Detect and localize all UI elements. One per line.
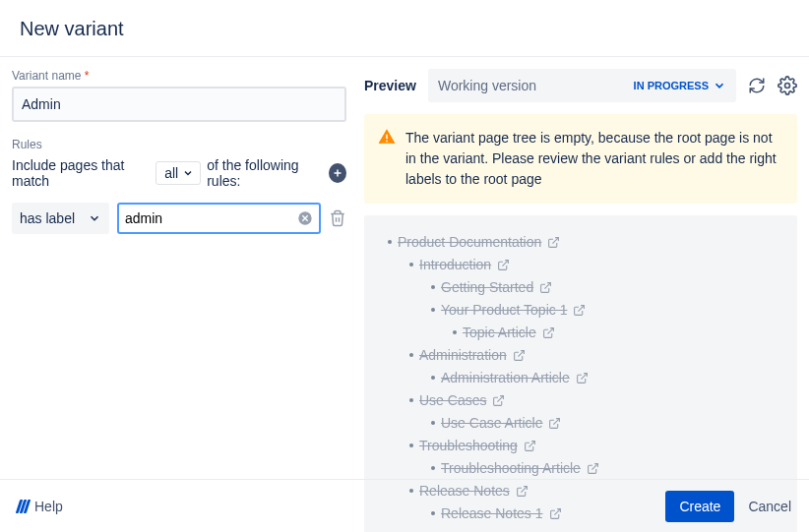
- form-panel: Variant name * Rules Include pages that …: [12, 69, 346, 532]
- svg-rect-5: [386, 141, 388, 143]
- external-link-icon: [524, 440, 536, 452]
- tree-item-label: Use Cases: [419, 392, 486, 408]
- warning-text: The variant page tree is empty, because …: [405, 130, 777, 187]
- preview-version-select[interactable]: Working version IN PROGRESS: [428, 69, 736, 102]
- svg-rect-4: [386, 135, 388, 140]
- tree-item[interactable]: Getting Started: [431, 277, 783, 297]
- svg-line-15: [529, 441, 534, 446]
- rule-row: has label: [12, 203, 346, 234]
- tree-item[interactable]: Topic Article: [453, 323, 783, 342]
- rule-type-select[interactable]: has label: [12, 203, 109, 234]
- svg-line-7: [503, 260, 509, 266]
- clear-icon: [297, 210, 313, 226]
- rules-match-mode-select[interactable]: all: [156, 161, 201, 185]
- svg-line-8: [545, 282, 551, 288]
- refresh-button[interactable]: [748, 77, 766, 94]
- create-button[interactable]: Create: [665, 491, 734, 522]
- external-link-icon: [497, 259, 510, 271]
- tree-node: Topic Article: [453, 323, 783, 342]
- svg-line-9: [579, 305, 585, 311]
- tree-item-label: Administration: [419, 347, 507, 363]
- tree-node: TroubleshootingTroubleshooting Article: [409, 436, 783, 478]
- tree-node: Getting Started: [431, 277, 783, 297]
- page-header: New variant: [0, 0, 809, 57]
- svg-line-6: [553, 237, 559, 243]
- tree-node: AdministrationAdministration Article: [409, 345, 783, 387]
- rule-value-wrap: [117, 203, 321, 234]
- tree-item[interactable]: Use Case Article: [431, 413, 783, 433]
- tree-item-label: Administration Article: [441, 370, 570, 385]
- tree-item[interactable]: Troubleshooting Article: [431, 458, 783, 478]
- refresh-icon: [748, 77, 766, 94]
- svg-line-13: [498, 395, 504, 401]
- footer: Help Create Cancel: [0, 479, 809, 532]
- bullet-icon: [453, 330, 457, 334]
- chevron-down-icon: [88, 211, 101, 225]
- trash-icon: [329, 209, 346, 227]
- cancel-button[interactable]: Cancel: [748, 499, 791, 514]
- tree-node: Use CasesUse Case Article: [409, 390, 783, 433]
- external-link-icon: [576, 372, 589, 384]
- required-asterisk: *: [81, 69, 89, 83]
- svg-line-16: [591, 463, 597, 469]
- tree-node: Administration Article: [431, 368, 783, 387]
- tree-item-label: Topic Article: [463, 325, 536, 340]
- add-rule-button[interactable]: [329, 163, 346, 183]
- tree-item[interactable]: Your Product Topic 1: [431, 300, 783, 320]
- tree-item[interactable]: Administration Article: [431, 368, 783, 387]
- settings-button[interactable]: [778, 76, 797, 95]
- bullet-icon: [409, 398, 413, 402]
- rules-section-label: Rules: [12, 138, 346, 151]
- tree-node: IntroductionGetting StartedYour Product …: [409, 255, 783, 342]
- svg-line-10: [547, 327, 553, 333]
- chevron-down-icon: [182, 167, 194, 179]
- external-link-icon: [513, 349, 526, 362]
- svg-line-14: [554, 418, 560, 424]
- preview-title: Preview: [364, 78, 416, 93]
- tree-item[interactable]: Administration: [409, 345, 783, 365]
- tree-item[interactable]: Troubleshooting: [409, 436, 783, 455]
- variant-name-input[interactable]: [12, 87, 346, 122]
- tree-item-label: Product Documentation: [398, 234, 541, 250]
- external-link-icon: [539, 281, 552, 294]
- bullet-icon: [431, 466, 435, 470]
- logo-icon: [18, 500, 29, 513]
- bullet-icon: [431, 285, 435, 289]
- tree-item-label: Your Product Topic 1: [441, 302, 567, 318]
- external-link-icon: [547, 236, 560, 249]
- tree-node: Your Product Topic 1Topic Article: [431, 300, 783, 342]
- help-link[interactable]: Help: [18, 499, 63, 514]
- bullet-icon: [388, 240, 392, 244]
- external-link-icon: [548, 417, 561, 430]
- tree-node: Troubleshooting Article: [431, 458, 783, 478]
- tree-item-label: Use Case Article: [441, 415, 542, 431]
- warning-banner: The variant page tree is empty, because …: [364, 114, 797, 204]
- tree-item-label: Getting Started: [441, 279, 533, 295]
- external-link-icon: [573, 304, 586, 317]
- chevron-down-icon: [713, 79, 726, 92]
- bullet-icon: [409, 353, 413, 357]
- clear-input-button[interactable]: [297, 210, 313, 226]
- external-link-icon: [492, 394, 505, 407]
- svg-line-11: [518, 350, 524, 356]
- svg-line-12: [581, 373, 587, 379]
- bullet-icon: [431, 308, 435, 312]
- tree-item[interactable]: Introduction: [409, 255, 783, 274]
- plus-icon: [332, 167, 343, 179]
- tree-item[interactable]: Use Cases: [409, 390, 783, 410]
- tree-item-label: Introduction: [419, 257, 491, 272]
- external-link-icon: [587, 462, 599, 475]
- tree-item-label: Troubleshooting: [419, 438, 518, 453]
- variant-name-label: Variant name *: [12, 69, 346, 83]
- bullet-icon: [409, 263, 413, 266]
- external-link-icon: [542, 326, 555, 339]
- status-badge: IN PROGRESS: [634, 79, 726, 92]
- delete-rule-button[interactable]: [329, 209, 346, 227]
- tree-item-label: Troubleshooting Article: [441, 460, 581, 476]
- rule-value-input[interactable]: [125, 210, 297, 226]
- warning-icon: [378, 128, 396, 151]
- bullet-icon: [409, 443, 413, 447]
- preview-panel: Preview Working version IN PROGRESS: [364, 69, 797, 532]
- tree-item[interactable]: Product Documentation: [388, 232, 783, 252]
- svg-point-3: [785, 84, 790, 89]
